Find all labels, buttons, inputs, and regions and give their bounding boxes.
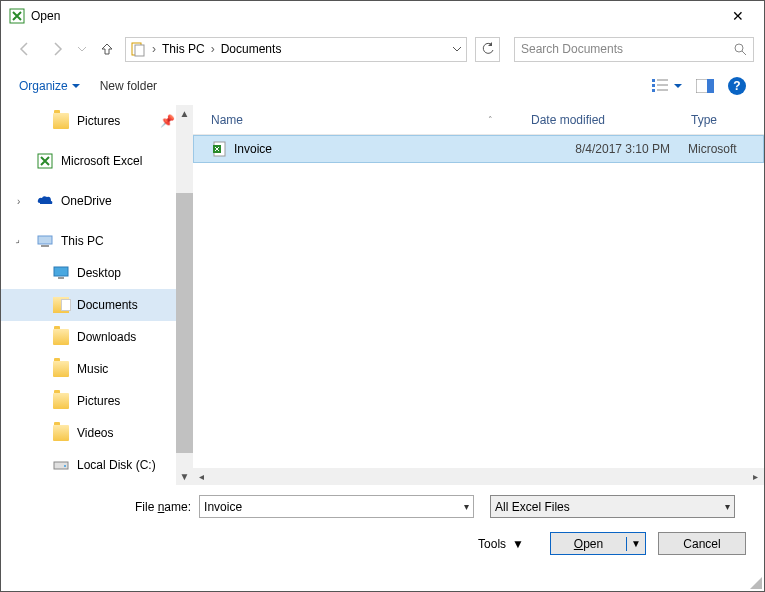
- excel-file-icon: [212, 141, 228, 157]
- forward-button[interactable]: [43, 35, 71, 63]
- svg-rect-2: [135, 45, 144, 56]
- cancel-button[interactable]: Cancel: [658, 532, 746, 555]
- filename-label: File name:: [135, 500, 191, 514]
- tools-menu[interactable]: Tools ▼: [478, 537, 524, 551]
- chevron-down-icon[interactable]: ▾: [464, 501, 469, 512]
- filter-combo[interactable]: All Excel Files ▾: [490, 495, 735, 518]
- collapse-icon[interactable]: ›: [14, 236, 24, 246]
- nav-desktop[interactable]: Desktop: [1, 257, 193, 289]
- pc-icon: [37, 233, 53, 249]
- organize-menu[interactable]: Organize: [19, 79, 80, 93]
- scroll-down-icon[interactable]: ▼: [176, 468, 193, 485]
- preview-pane-button[interactable]: [696, 79, 714, 93]
- nav-documents[interactable]: Documents: [1, 289, 193, 321]
- nav-music[interactable]: Music: [1, 353, 193, 385]
- chevron-right-icon: ›: [150, 42, 158, 56]
- chevron-down-icon: [72, 82, 80, 90]
- documents-icon: [130, 41, 146, 57]
- search-icon: [733, 42, 747, 56]
- svg-rect-16: [54, 267, 68, 276]
- drive-icon: [53, 457, 69, 473]
- svg-rect-14: [38, 236, 52, 244]
- chevron-down-icon: ▼: [512, 537, 524, 551]
- resize-grip[interactable]: [748, 575, 762, 589]
- svg-rect-15: [41, 245, 49, 247]
- refresh-button[interactable]: [475, 37, 500, 62]
- scroll-right-icon[interactable]: ▸: [747, 471, 764, 482]
- footer: File name: Invoice ▾ All Excel Files ▾ T…: [1, 485, 764, 561]
- recent-dropdown[interactable]: [75, 35, 89, 63]
- view-menu[interactable]: [652, 78, 682, 94]
- scroll-left-icon[interactable]: ◂: [193, 471, 210, 482]
- downloads-icon: [53, 329, 69, 345]
- svg-rect-17: [58, 277, 64, 279]
- filename-combo[interactable]: Invoice ▾: [199, 495, 474, 518]
- view-icon: [652, 78, 670, 94]
- expand-icon[interactable]: ›: [17, 196, 20, 207]
- col-name[interactable]: Name ˄: [193, 113, 513, 127]
- folder-icon: [53, 113, 69, 129]
- svg-rect-12: [707, 79, 714, 93]
- svg-line-4: [742, 51, 746, 55]
- titlebar: Open ✕: [1, 1, 764, 31]
- close-button[interactable]: ✕: [715, 2, 760, 30]
- nav-pane: Pictures 📌 Microsoft Excel › OneDrive ›: [1, 105, 193, 485]
- onedrive-icon: [37, 193, 53, 209]
- preview-icon: [696, 79, 714, 93]
- help-button[interactable]: ?: [728, 77, 746, 95]
- documents-icon: [53, 297, 69, 313]
- search-placeholder: Search Documents: [521, 42, 733, 56]
- svg-rect-6: [652, 84, 655, 87]
- nav-videos[interactable]: Videos: [1, 417, 193, 449]
- h-scrollbar[interactable]: ◂ ▸: [193, 468, 764, 485]
- nav-pictures[interactable]: Pictures: [1, 385, 193, 417]
- file-date: 8/4/2017 3:10 PM: [528, 142, 688, 156]
- nav-scrollbar[interactable]: ▲ ▼: [176, 105, 193, 485]
- scroll-thumb[interactable]: [176, 193, 193, 453]
- crumb-folder[interactable]: Documents: [217, 42, 286, 56]
- svg-rect-5: [652, 79, 655, 82]
- col-type[interactable]: Type: [673, 113, 764, 127]
- nav-localdisk[interactable]: Local Disk (C:): [1, 449, 193, 481]
- crumb-root[interactable]: This PC: [158, 42, 209, 56]
- toolbar: Organize New folder ?: [1, 67, 764, 105]
- file-row[interactable]: Invoice 8/4/2017 3:10 PM Microsoft: [193, 135, 764, 163]
- up-button[interactable]: [93, 35, 121, 63]
- videos-icon: [53, 425, 69, 441]
- col-date[interactable]: Date modified: [513, 113, 673, 127]
- nav-excel[interactable]: Microsoft Excel: [1, 145, 193, 177]
- back-button[interactable]: [11, 35, 39, 63]
- pictures-icon: [53, 393, 69, 409]
- file-pane: Name ˄ Date modified Type Invoice 8/4/20…: [193, 105, 764, 485]
- body: Pictures 📌 Microsoft Excel › OneDrive ›: [1, 105, 764, 485]
- pin-icon: 📌: [160, 114, 175, 128]
- scroll-up-icon[interactable]: ▲: [176, 105, 193, 122]
- desktop-icon: [53, 265, 69, 281]
- column-headers: Name ˄ Date modified Type: [193, 105, 764, 135]
- nav-thispc[interactable]: › This PC: [1, 225, 193, 257]
- new-folder-button[interactable]: New folder: [100, 79, 157, 93]
- filename-row: File name: Invoice ▾ All Excel Files ▾: [15, 495, 750, 518]
- nav-pictures-quick[interactable]: Pictures 📌: [1, 105, 193, 137]
- music-icon: [53, 361, 69, 377]
- open-dialog: Open ✕ › This PC › Documents Search Docu…: [0, 0, 765, 592]
- nav-tree: Pictures 📌 Microsoft Excel › OneDrive ›: [1, 105, 193, 485]
- chevron-right-icon: ›: [209, 42, 217, 56]
- sort-asc-icon: ˄: [488, 115, 493, 125]
- file-type: Microsoft: [688, 142, 737, 156]
- search-input[interactable]: Search Documents: [514, 37, 754, 62]
- button-row: Tools ▼ Open ▼ Cancel: [15, 532, 750, 555]
- nav-onedrive[interactable]: › OneDrive: [1, 185, 193, 217]
- app-icon: [9, 8, 25, 24]
- nav-downloads[interactable]: Downloads: [1, 321, 193, 353]
- address-bar[interactable]: › This PC › Documents: [125, 37, 467, 62]
- svg-rect-18: [54, 462, 68, 469]
- open-button[interactable]: Open ▼: [550, 532, 646, 555]
- dialog-title: Open: [31, 9, 60, 23]
- svg-point-19: [64, 465, 66, 467]
- open-dropdown[interactable]: ▼: [627, 538, 645, 549]
- svg-point-3: [735, 44, 743, 52]
- nav-row: › This PC › Documents Search Documents: [1, 31, 764, 67]
- chevron-down-icon[interactable]: [452, 44, 462, 54]
- chevron-down-icon[interactable]: ▾: [725, 501, 730, 512]
